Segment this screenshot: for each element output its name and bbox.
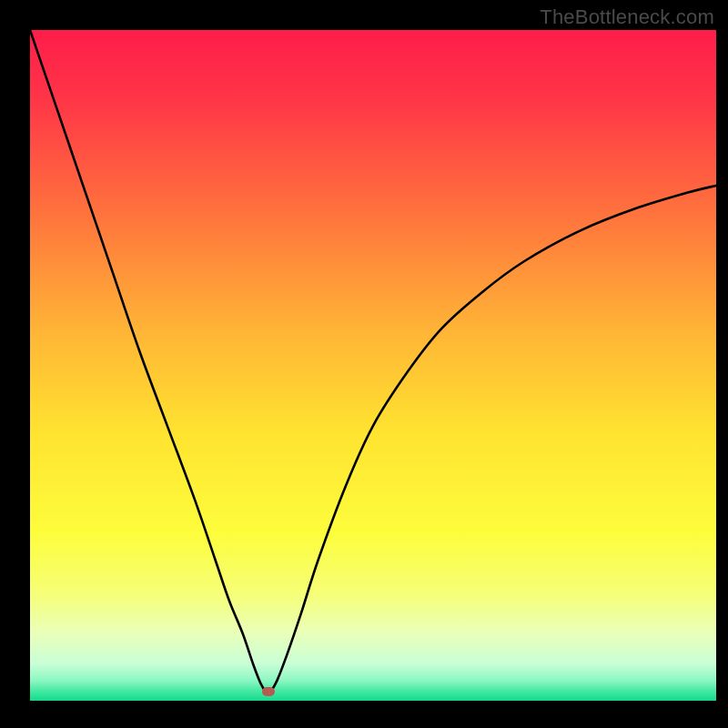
curve-right-segment <box>270 186 716 693</box>
watermark-text: TheBottleneck.com <box>540 5 714 29</box>
curve-left-segment <box>30 30 266 693</box>
optimal-point-marker <box>262 687 275 696</box>
plot-area <box>30 30 716 701</box>
bottleneck-curve <box>30 30 716 701</box>
chart-stage: TheBottleneck.com <box>0 0 728 728</box>
